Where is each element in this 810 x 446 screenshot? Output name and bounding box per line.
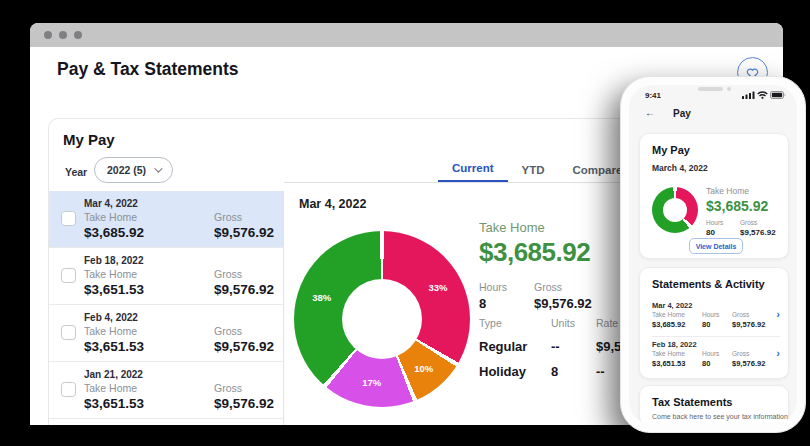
- donut-slice-label: 17%: [362, 377, 381, 388]
- statement-row[interactable]: Feb 4, 2022 Take Home $3,651.53 Gross $9…: [49, 305, 283, 362]
- take-home-amount: $3,685.92: [84, 225, 144, 240]
- phone-statement-row[interactable]: Feb 18, 2022 Take Home $3,651.53 Hours 8…: [652, 336, 780, 374]
- take-home-amount: $3,651.53: [652, 359, 702, 368]
- statement-checkbox[interactable]: [61, 211, 76, 226]
- cell-units: --: [551, 339, 596, 354]
- card-title: Tax Statements: [652, 396, 733, 408]
- camera-dot: [727, 87, 731, 91]
- window-control-dot[interactable]: [74, 31, 82, 39]
- hours-value: 80: [706, 228, 740, 237]
- panel-title: My Pay: [63, 131, 115, 148]
- battery-icon: [770, 91, 786, 99]
- phone-screen: 9:41 ← Pay: [629, 85, 797, 424]
- statement-date: Feb 18, 2022: [84, 255, 143, 266]
- hours-label: Hours: [706, 219, 740, 226]
- signal-icon: [742, 91, 755, 99]
- row-date: Mar 4, 2022: [652, 301, 692, 310]
- take-home-amount: $3,651.53: [84, 339, 144, 354]
- cell-type: Holiday: [479, 364, 551, 379]
- donut-slice-label: 38%: [312, 291, 331, 302]
- wifi-icon: [757, 91, 768, 99]
- donut-slice-label: 10%: [414, 362, 433, 373]
- view-details-button[interactable]: View Details: [689, 238, 743, 254]
- gross-value: $9,576.92: [732, 320, 780, 329]
- card-title: Statements & Activity: [652, 278, 765, 290]
- statement-date: Feb 4, 2022: [84, 312, 138, 323]
- statement-list: Mar 4, 2022 Take Home $3,685.92 Gross $9…: [49, 191, 284, 425]
- year-dropdown-value: 2022 (5): [107, 164, 146, 176]
- status-time: 9:41: [645, 91, 661, 100]
- tax-subtitle: Come back here to see your tax informati…: [652, 413, 788, 420]
- statement-row[interactable]: Jan 21, 2022 Take Home $3,651.53 Gross $…: [49, 362, 283, 419]
- detail-date: Mar 4, 2022: [299, 197, 366, 211]
- gross-label: Gross: [214, 325, 274, 337]
- take-home-amount: $3,685.92: [652, 320, 702, 329]
- take-home-label: Take Home: [84, 268, 144, 280]
- gross-label: Gross: [534, 281, 592, 293]
- window-control-dot[interactable]: [59, 31, 67, 39]
- hours-value: 80: [702, 320, 732, 329]
- gross-amount: $9,576.92: [214, 339, 274, 354]
- nav-title: Pay: [673, 108, 691, 119]
- gross-label: Gross: [740, 219, 776, 226]
- statement-checkbox[interactable]: [61, 382, 76, 397]
- chevron-right-icon: ›: [776, 308, 780, 320]
- gross-label: Gross: [732, 311, 780, 318]
- gross-amount: $9,576.92: [214, 282, 274, 297]
- take-home-label: Take Home: [84, 382, 144, 394]
- window-titlebar: [30, 23, 783, 47]
- col-header-type: Type: [479, 317, 551, 329]
- hours-label: Hours: [479, 281, 534, 293]
- cell-type: Regular: [479, 339, 551, 354]
- statement-checkbox[interactable]: [61, 325, 76, 340]
- take-home-amount: $3,651.53: [84, 396, 144, 411]
- year-dropdown[interactable]: 2022 (5): [94, 157, 173, 183]
- donut-slice-label: 33%: [428, 282, 447, 293]
- phone-my-pay-card: My Pay March 4, 2022 Take Home $3,685.92…: [639, 133, 789, 259]
- gross-label: Gross: [214, 268, 274, 280]
- back-button[interactable]: ←: [645, 107, 655, 118]
- gross-label: Gross: [214, 211, 274, 223]
- gross-value: $9,576.92: [732, 359, 780, 368]
- statement-row[interactable]: Jan 7, 2022: [49, 419, 283, 425]
- gross-amount: $9,576.92: [214, 225, 274, 240]
- take-home-amount: $3,685.92: [706, 198, 776, 214]
- statement-date: Jan 21, 2022: [84, 369, 143, 380]
- chevron-right-icon: ›: [776, 347, 780, 359]
- take-home-label: Take Home: [652, 311, 702, 318]
- gross-label: Gross: [732, 350, 780, 357]
- phone-statements-card: Statements & Activity Mar 4, 2022 Take H…: [639, 267, 789, 379]
- card-title: My Pay: [652, 144, 690, 156]
- year-label: Year: [65, 166, 87, 178]
- speaker-grill: [698, 87, 723, 91]
- pay-breakdown-donut-chart: 33%10%17%38%: [294, 231, 470, 407]
- phone-mockup: 9:41 ← Pay: [620, 76, 806, 433]
- chevron-down-icon: [154, 164, 162, 172]
- hours-value: 80: [702, 359, 732, 368]
- phone-statement-row[interactable]: Mar 4, 2022 Take Home $3,685.92 Hours 80: [652, 298, 780, 336]
- hours-value: 8: [479, 296, 534, 311]
- gross-value: $9,576.92: [740, 228, 776, 237]
- window-control-dot[interactable]: [44, 31, 52, 39]
- phone-tax-card: Tax Statements Come back here to see you…: [639, 385, 789, 424]
- take-home-label: Take Home: [652, 350, 702, 357]
- take-home-amount: $3,651.53: [84, 282, 144, 297]
- take-home-label: Take Home: [479, 220, 592, 235]
- row-date: Feb 18, 2022: [652, 340, 697, 349]
- take-home-amount: $3,685.92: [479, 237, 592, 268]
- hours-label: Hours: [702, 311, 732, 318]
- gross-label: Gross: [214, 382, 274, 394]
- statement-checkbox[interactable]: [61, 268, 76, 283]
- take-home-label: Take Home: [84, 325, 144, 337]
- mini-donut-chart: [652, 187, 698, 233]
- hours-label: Hours: [702, 350, 732, 357]
- statement-row[interactable]: Mar 4, 2022 Take Home $3,685.92 Gross $9…: [49, 191, 283, 248]
- statement-date: Mar 4, 2022: [84, 198, 138, 209]
- cell-units: 8: [551, 364, 596, 379]
- stage: Pay & Tax Statements My Pay Year 2022 (5…: [0, 0, 810, 446]
- col-header-units: Units: [551, 317, 596, 329]
- statement-row[interactable]: Feb 18, 2022 Take Home $3,651.53 Gross $…: [49, 248, 283, 305]
- card-date: March 4, 2022: [652, 163, 708, 173]
- take-home-label: Take Home: [706, 186, 776, 196]
- gross-value: $9,576.92: [534, 296, 592, 311]
